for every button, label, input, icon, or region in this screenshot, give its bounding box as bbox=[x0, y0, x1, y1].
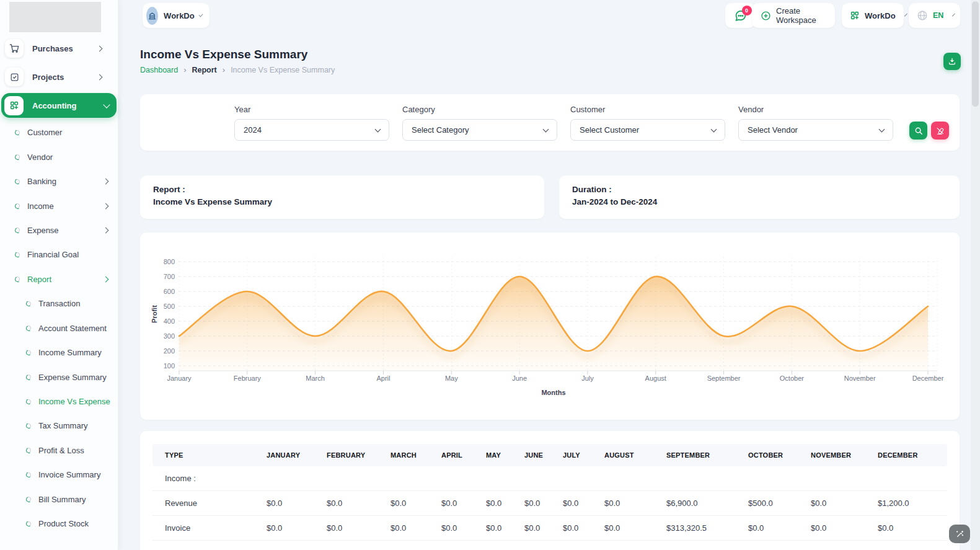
reset-filter-button[interactable] bbox=[931, 122, 949, 140]
duration-summary-card: Duration : Jan-2024 to Dec-2024 bbox=[559, 175, 960, 219]
table-column-header: JUNE bbox=[518, 444, 557, 466]
row-value: $0.0 bbox=[320, 491, 384, 516]
grid-plus-icon bbox=[850, 11, 860, 20]
scrollbar-thumb[interactable] bbox=[972, 1, 979, 107]
svg-text:June: June bbox=[512, 375, 527, 382]
apply-filter-button[interactable] bbox=[909, 122, 927, 140]
svg-text:March: March bbox=[306, 375, 325, 382]
row-value: $0.0 bbox=[805, 491, 872, 516]
duration-label: Duration : bbox=[572, 185, 947, 194]
sidebar-item-purchases[interactable]: Purchases bbox=[5, 39, 112, 58]
category-label: Category bbox=[402, 105, 557, 114]
workdo-menu[interactable]: WorkDo bbox=[842, 3, 904, 28]
workspace-name: WorkDo bbox=[164, 11, 195, 20]
row-value: $0.0 bbox=[320, 516, 384, 541]
table-column-header: NOVEMBER bbox=[805, 444, 872, 466]
svg-text:200: 200 bbox=[164, 347, 175, 355]
sidebar-menu: Purchases Projects Accounting CustomerVe… bbox=[0, 39, 118, 536]
sidebar-item-banking[interactable]: Banking bbox=[0, 169, 118, 193]
eraser-slash-icon bbox=[936, 126, 945, 135]
svg-text:100: 100 bbox=[164, 362, 175, 370]
sidebar: Purchases Projects Accounting CustomerVe… bbox=[0, 0, 118, 550]
sidebar-item-label: Projects bbox=[32, 73, 64, 82]
chevron-down-icon bbox=[952, 14, 955, 17]
row-value: $0.0 bbox=[518, 491, 557, 516]
income-vs-expense-table: TYPEJANUARYFEBRUARYMARCHAPRILMAYJUNEJULY… bbox=[152, 444, 947, 550]
sidebar-item-income-vs-expense[interactable]: Income Vs Expense bbox=[0, 389, 118, 414]
bullet-icon bbox=[26, 497, 31, 502]
year-select[interactable]: 2024 bbox=[234, 119, 389, 141]
row-value: $0.0 bbox=[872, 516, 947, 541]
report-label: Report : bbox=[153, 185, 531, 194]
row-value: $313,320.5 bbox=[660, 516, 742, 541]
table-row: Revenue$0.0$0.0$0.0$0.0$0.0$0.0$0.0$0.0$… bbox=[152, 491, 947, 516]
sidebar-item-product-stock[interactable]: Product Stock bbox=[0, 512, 118, 536]
category-select[interactable]: Select Category bbox=[402, 119, 557, 141]
sidebar-item-bill-summary[interactable]: Bill Summary bbox=[0, 487, 118, 512]
sidebar-item-transaction[interactable]: Transaction bbox=[0, 291, 118, 316]
sidebar-item-account-statement[interactable]: Account Statement bbox=[0, 316, 118, 340]
sidebar-item-financial-goal[interactable]: Financial Goal bbox=[0, 242, 118, 267]
theme-customizer-button[interactable] bbox=[949, 525, 970, 543]
bullet-icon bbox=[15, 179, 20, 184]
sidebar-item-expense[interactable]: Expense bbox=[0, 218, 118, 242]
table-group-label: Expense : bbox=[152, 541, 947, 550]
sidebar-item-income-summary[interactable]: Income Summary bbox=[0, 340, 118, 365]
sidebar-item-tax-summary[interactable]: Tax Summary bbox=[0, 414, 118, 438]
row-value: $0.0 bbox=[435, 491, 480, 516]
row-value: $0.0 bbox=[742, 516, 805, 541]
bullet-icon bbox=[15, 277, 20, 282]
customer-select[interactable]: Select Customer bbox=[570, 119, 725, 141]
bullet-icon bbox=[15, 130, 20, 135]
app-logo[interactable] bbox=[9, 2, 101, 32]
sidebar-item-expense-summary[interactable]: Expense Summary bbox=[0, 365, 118, 389]
bullet-icon bbox=[15, 154, 20, 159]
sidebar-item-customer[interactable]: Customer bbox=[0, 120, 118, 144]
svg-text:October: October bbox=[780, 375, 804, 382]
breadcrumb-dashboard[interactable]: Dashboard bbox=[140, 66, 178, 74]
income-vs-expense-table-card: TYPEJANUARYFEBRUARYMARCHAPRILMAYJUNEJULY… bbox=[140, 431, 960, 550]
bullet-icon bbox=[15, 203, 20, 208]
year-value: 2024 bbox=[244, 125, 262, 135]
breadcrumb-separator: › bbox=[183, 65, 186, 74]
chevron-down-icon bbox=[375, 126, 381, 132]
svg-text:600: 600 bbox=[164, 288, 175, 295]
svg-text:300: 300 bbox=[164, 332, 175, 340]
table-column-header: SEPTEMBER bbox=[660, 444, 742, 466]
bullet-icon bbox=[26, 448, 31, 453]
svg-text:400: 400 bbox=[164, 317, 175, 325]
page-scrollbar[interactable] bbox=[971, 0, 980, 550]
workspace-switcher[interactable]: WorkDo bbox=[143, 3, 210, 28]
vendor-select[interactable]: Select Vendor bbox=[738, 119, 893, 141]
row-value: $0.0 bbox=[384, 491, 435, 516]
sidebar-item-projects[interactable]: Projects bbox=[5, 68, 112, 86]
sidebar-item-label: Expense Summary bbox=[38, 373, 107, 382]
sidebar-item-label: Invoice Summary bbox=[38, 470, 100, 479]
sidebar-item-label: Bill Summary bbox=[38, 495, 86, 504]
sidebar-item-vendor[interactable]: Vendor bbox=[0, 144, 118, 169]
row-value: $6,900.0 bbox=[660, 491, 742, 516]
sidebar-item-income[interactable]: Income bbox=[0, 193, 118, 218]
sidebar-item-label: Profit & Loss bbox=[38, 446, 84, 455]
sidebar-item-report[interactable]: Report bbox=[0, 267, 118, 291]
download-button[interactable] bbox=[943, 53, 961, 70]
sidebar-item-label: Tax Summary bbox=[38, 421, 87, 430]
cart-icon bbox=[5, 39, 24, 58]
sidebar-item-accounting[interactable]: Accounting bbox=[1, 93, 117, 118]
table-column-header: JULY bbox=[557, 444, 598, 466]
plus-circle-icon bbox=[761, 11, 771, 21]
messenger-button[interactable]: 0 bbox=[725, 3, 755, 28]
vendor-value: Select Vendor bbox=[748, 125, 798, 135]
language-selector[interactable]: EN bbox=[909, 3, 960, 28]
sidebar-item-invoice-summary[interactable]: Invoice Summary bbox=[0, 463, 118, 487]
svg-text:Months: Months bbox=[541, 389, 565, 396]
row-value: $0.0 bbox=[260, 516, 320, 541]
table-row: Invoice$0.0$0.0$0.0$0.0$0.0$0.0$0.0$0.0$… bbox=[152, 516, 947, 541]
vendor-label: Vendor bbox=[738, 105, 893, 114]
customer-label: Customer bbox=[570, 105, 725, 114]
chevron-down-icon bbox=[904, 14, 907, 17]
sidebar-item-profit-loss[interactable]: Profit & Loss bbox=[0, 438, 118, 463]
svg-text:December: December bbox=[912, 375, 944, 382]
create-workspace-button[interactable]: Create Workspace bbox=[752, 3, 835, 28]
breadcrumb-report[interactable]: Report bbox=[192, 66, 217, 74]
